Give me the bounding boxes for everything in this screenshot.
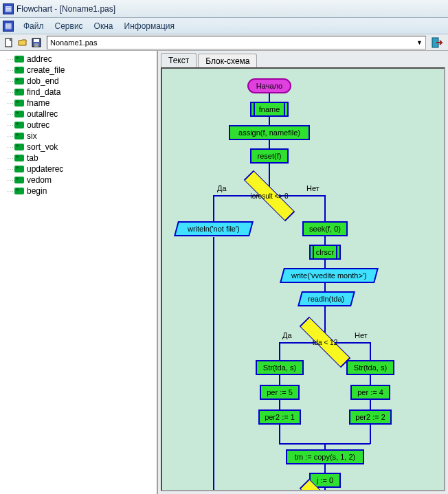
procedure-icon xyxy=(14,111,24,117)
tree-dots-icon: ⋯ xyxy=(7,111,13,118)
tree-dots-icon: ⋯ xyxy=(7,133,13,140)
tree-dots-icon: ⋯ xyxy=(7,67,13,74)
tree-item-dob_end[interactable]: ⋯dob_end xyxy=(1,76,157,87)
node-writeln-notfile[interactable]: writeln('not file') xyxy=(174,221,254,236)
tree-item-begin[interactable]: ⋯begin xyxy=(1,186,157,197)
tree-item-updaterec[interactable]: ⋯updaterec xyxy=(1,164,157,175)
svg-rect-2 xyxy=(34,39,39,42)
tree-item-label: dob_end xyxy=(27,76,59,86)
tab-bar: Текст Блок-схема xyxy=(158,51,448,67)
tree-dots-icon: ⋯ xyxy=(7,144,13,151)
menu-file[interactable]: Файл xyxy=(18,19,49,34)
tree-dots-icon: ⋯ xyxy=(7,155,13,162)
file-dropdown[interactable]: Noname1.pas ▼ xyxy=(47,36,426,49)
tree-item-label: vedom xyxy=(27,175,52,185)
tree-item-find_data[interactable]: ⋯find_data xyxy=(1,87,157,98)
file-dropdown-text: Noname1.pas xyxy=(50,38,98,47)
tree-item-label: addrec xyxy=(27,54,52,64)
procedure-icon xyxy=(14,56,24,63)
tree-item-tab[interactable]: ⋯tab xyxy=(1,153,157,164)
node-str-left[interactable]: Str(tda, s) xyxy=(256,360,304,375)
tab-text[interactable]: Текст xyxy=(161,53,197,67)
menu-windows[interactable]: Окна xyxy=(89,19,119,34)
node-assign[interactable]: assign(f, namefile) xyxy=(229,125,310,140)
tab-scheme[interactable]: Блок-схема xyxy=(198,54,257,68)
procedure-icon xyxy=(14,100,24,106)
tree-item-label: find_data xyxy=(27,87,60,97)
node-tda12[interactable]: tda < 12 xyxy=(294,328,356,356)
procedure-tree: ⋯addrec⋯create_file⋯dob_end⋯find_data⋯fn… xyxy=(0,51,158,494)
tree-item-sort_vok[interactable]: ⋯sort_vok xyxy=(1,142,157,153)
procedure-icon xyxy=(14,89,24,96)
node-per5[interactable]: per := 5 xyxy=(260,385,300,400)
menu-bar: ▦ Файл Сервис Окна Информация xyxy=(0,18,448,34)
tree-item-label: create_file xyxy=(27,65,65,75)
node-per4[interactable]: per := 4 xyxy=(350,385,390,400)
node-not-eof[interactable]: not eof(f) xyxy=(294,491,356,491)
window-title: Flowchart - [Noname1.pas] xyxy=(16,4,115,14)
procedure-icon xyxy=(14,177,24,183)
node-per2-1[interactable]: per2 := 1 xyxy=(258,409,301,425)
main-area: ⋯addrec⋯create_file⋯dob_end⋯find_data⋯fn… xyxy=(0,51,448,494)
node-start[interactable]: Начало xyxy=(247,78,291,93)
procedure-icon xyxy=(14,166,24,172)
tree-item-addrec[interactable]: ⋯addrec xyxy=(1,54,157,65)
tree-dots-icon: ⋯ xyxy=(7,188,13,195)
node-reset[interactable]: reset(f) xyxy=(250,148,289,164)
node-fname[interactable]: fname xyxy=(250,102,289,117)
tree-item-label: six xyxy=(27,131,37,141)
node-readln[interactable]: readln(tda) xyxy=(298,291,355,306)
node-ioresult[interactable]: ioresult <> 0 xyxy=(238,182,300,210)
tree-dots-icon: ⋯ xyxy=(7,166,13,173)
tree-item-create_file[interactable]: ⋯create_file xyxy=(1,65,157,76)
tree-dots-icon: ⋯ xyxy=(7,100,13,107)
edge-no: Нет xyxy=(306,184,320,192)
flowchart-canvas[interactable]: Да Нет Да Нет Нет Начало fname assign(f,… xyxy=(161,67,445,491)
node-seek[interactable]: seek(f, 0) xyxy=(302,221,348,236)
open-file-icon[interactable] xyxy=(16,36,29,49)
tree-item-label: sort_vok xyxy=(27,142,58,152)
tree-item-fname[interactable]: ⋯fname xyxy=(1,98,157,109)
edge-yes-2: Да xyxy=(282,331,292,339)
menu-icon: ▦ xyxy=(3,21,14,32)
title-bar: ▦ Flowchart - [Noname1.pas] xyxy=(0,0,448,18)
tree-dots-icon: ⋯ xyxy=(7,56,13,63)
tree-dots-icon: ⋯ xyxy=(7,89,13,96)
procedure-icon xyxy=(14,133,24,139)
procedure-icon xyxy=(14,155,24,161)
procedure-icon xyxy=(14,67,24,74)
tree-dots-icon: ⋯ xyxy=(7,78,13,85)
tree-item-label: fname xyxy=(27,98,49,108)
node-per2-2[interactable]: per2 := 2 xyxy=(349,409,392,425)
node-str-right[interactable]: Str(tda, s) xyxy=(346,360,394,375)
tree-item-label: outrec xyxy=(27,120,49,130)
menu-info[interactable]: Информация xyxy=(119,19,180,34)
tree-item-label: begin xyxy=(27,186,47,196)
procedure-icon xyxy=(14,78,24,85)
node-clrscr[interactable]: clrscr xyxy=(309,245,341,260)
tree-item-outallrec[interactable]: ⋯outallrec xyxy=(1,109,157,120)
menu-service[interactable]: Сервис xyxy=(49,19,89,34)
procedure-icon xyxy=(14,188,24,194)
app-icon: ▦ xyxy=(3,3,14,14)
tree-dots-icon: ⋯ xyxy=(7,177,13,184)
tree-item-label: outallrec xyxy=(27,109,58,119)
svg-rect-3 xyxy=(34,43,38,47)
procedure-icon xyxy=(14,144,24,150)
connector xyxy=(213,237,214,491)
edge-yes: Да xyxy=(217,184,227,192)
edge-no-2: Нет xyxy=(355,331,368,339)
save-file-icon[interactable] xyxy=(30,36,43,49)
node-write-month[interactable]: write('vvedite month>') xyxy=(280,268,379,283)
new-file-icon[interactable] xyxy=(3,36,15,49)
tree-item-label: updaterec xyxy=(27,164,63,174)
tree-item-label: tab xyxy=(27,153,38,163)
tree-item-vedom[interactable]: ⋯vedom xyxy=(1,175,157,186)
tree-dots-icon: ⋯ xyxy=(7,122,13,129)
tree-item-outrec[interactable]: ⋯outrec xyxy=(1,120,157,131)
tree-item-six[interactable]: ⋯six xyxy=(1,131,157,142)
node-copy[interactable]: tm := copy(s, 1, 2) xyxy=(286,449,364,464)
exit-icon[interactable] xyxy=(430,36,445,49)
content-area: Текст Блок-схема Да Нет Да Нет Нет Начал… xyxy=(158,51,448,494)
chevron-down-icon: ▼ xyxy=(416,39,423,46)
